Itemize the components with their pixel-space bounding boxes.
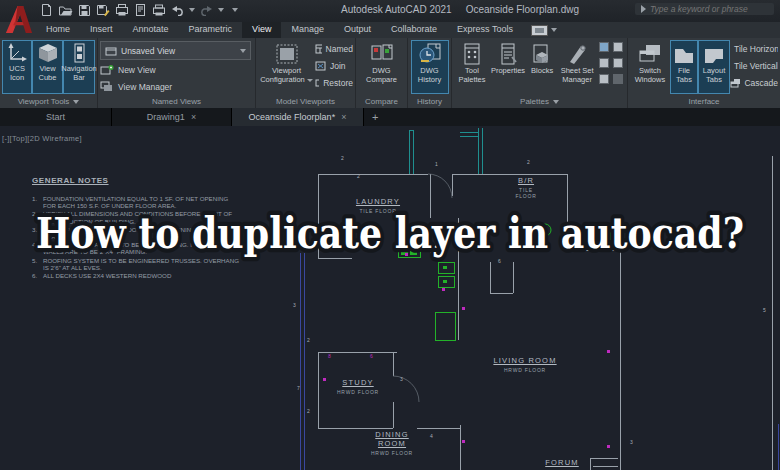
navigation-bar-button[interactable]: Navigation Bar xyxy=(63,40,95,94)
undo-caret-icon[interactable] xyxy=(189,8,195,12)
join-icon xyxy=(315,61,326,71)
search-input[interactable] xyxy=(650,4,768,14)
note-item: 6.ALL DECKS USE 2X4 WESTERN REDWOOD xyxy=(32,272,240,279)
ucs-icon-button[interactable]: UCS Icon xyxy=(2,40,32,94)
restore-viewport-button[interactable]: Restore xyxy=(315,74,353,91)
cascade-button[interactable]: Cascade xyxy=(730,74,778,91)
panel-label-interface[interactable]: Interface xyxy=(628,95,780,108)
mini-palette-icon[interactable] xyxy=(599,58,609,68)
tab-parametric[interactable]: Parametric xyxy=(179,22,243,38)
svg-text:4: 4 xyxy=(430,433,433,439)
view-combo[interactable]: Unsaved View xyxy=(100,41,251,60)
blocks-button[interactable]: Blocks xyxy=(526,40,558,94)
svg-text:3: 3 xyxy=(630,439,633,445)
mini-palette-icon[interactable] xyxy=(599,42,609,52)
properties-icon xyxy=(499,43,517,65)
close-icon[interactable]: × xyxy=(191,112,196,122)
undo-icon[interactable] xyxy=(171,5,184,16)
switch-windows-button[interactable]: Switch Windows xyxy=(630,40,670,94)
new-view-icon xyxy=(100,64,114,76)
view-cube-button[interactable]: View Cube xyxy=(32,40,63,94)
dwg-compare-button[interactable]: DWG Compare xyxy=(359,40,405,94)
named-viewport-button[interactable]: Named xyxy=(315,40,353,57)
drawing-canvas[interactable]: [-][Top][2D Wireframe] xyxy=(0,126,780,470)
panel-label-history[interactable]: History xyxy=(408,95,451,108)
panel-caret-icon xyxy=(553,100,559,104)
svg-text:1: 1 xyxy=(435,161,438,167)
file-tabs-button[interactable]: File Tabs xyxy=(670,40,698,94)
save-icon[interactable] xyxy=(78,3,91,17)
tile-horizontally-button[interactable]: Tile Horizontally xyxy=(730,40,778,57)
room-label-forum: FORUM xyxy=(530,458,594,467)
panel-label-palettes[interactable]: Palettes xyxy=(452,95,627,108)
tab-manage[interactable]: Manage xyxy=(281,22,334,38)
file-tab-drawing1[interactable]: Drawing1 × xyxy=(112,108,232,126)
new-file-icon[interactable] xyxy=(40,3,53,17)
panel-interface: Switch Windows File Tabs Layout Tabs Til… xyxy=(628,38,780,108)
mini-palette-icon[interactable] xyxy=(599,74,609,84)
palette-mini-icons[interactable] xyxy=(596,40,625,95)
ribbon-display-toggle[interactable] xyxy=(531,22,557,38)
redo-icon[interactable] xyxy=(200,5,213,16)
svg-text:7: 7 xyxy=(297,385,300,391)
mini-palette-icon[interactable] xyxy=(613,74,623,84)
save-as-icon[interactable] xyxy=(96,3,110,17)
view-cube-icon xyxy=(37,43,59,63)
new-tab-button[interactable]: + xyxy=(364,108,386,126)
layout-tabs-button[interactable]: Layout Tabs xyxy=(698,40,730,94)
tab-view[interactable]: View xyxy=(242,22,281,38)
tab-insert[interactable]: Insert xyxy=(80,22,123,38)
mini-palette-icon[interactable] xyxy=(613,58,623,68)
tool-palettes-button[interactable]: Tool Palettes xyxy=(454,40,490,94)
overlay-headline: How to duplicate layer in autocad? xyxy=(0,196,780,272)
qat-customize-caret-icon[interactable] xyxy=(232,8,238,12)
svg-text:8: 8 xyxy=(328,353,331,359)
quick-access-toolbar xyxy=(40,3,238,17)
autocad-logo[interactable] xyxy=(3,3,34,36)
join-viewport-button[interactable]: Join xyxy=(315,57,353,74)
restore-icon xyxy=(315,78,319,88)
panel-viewport-tools: UCS Icon View Cube Navigation Bar Viewpo… xyxy=(0,38,98,108)
svg-text:2: 2 xyxy=(307,408,310,414)
blocks-icon xyxy=(532,43,552,65)
switch-windows-icon xyxy=(638,43,662,65)
tab-annotate[interactable]: Annotate xyxy=(123,22,179,38)
panel-history: DWG History History xyxy=(408,38,452,108)
svg-text:2: 2 xyxy=(341,155,344,161)
open-file-icon[interactable] xyxy=(58,3,73,17)
panel-label-viewport-tools[interactable]: Viewport Tools xyxy=(0,95,97,108)
tool-palettes-icon xyxy=(463,43,481,65)
svg-text:6: 6 xyxy=(370,353,373,359)
plot-icon[interactable] xyxy=(115,3,129,17)
tile-vertically-button[interactable]: Tile Vertically xyxy=(730,57,778,74)
view-manager-button[interactable]: View Manager xyxy=(100,78,253,95)
panel-label-named-views[interactable]: Named Views xyxy=(98,95,255,108)
dwg-history-button[interactable]: DWG History xyxy=(411,40,449,94)
sheet-icon[interactable] xyxy=(134,3,147,17)
close-icon[interactable]: × xyxy=(341,112,346,122)
redo-caret-icon[interactable] xyxy=(218,8,224,12)
panel-label-model-viewports[interactable]: Model Viewports xyxy=(256,95,355,108)
document-title: Oceanside Floorplan.dwg xyxy=(466,4,579,15)
panel-label-compare[interactable]: Compare xyxy=(356,95,407,108)
print-icon[interactable] xyxy=(152,3,166,17)
file-tab-start[interactable]: Start xyxy=(0,108,112,126)
app-title: Autodesk AutoCAD 2021 xyxy=(341,4,452,15)
viewport-configuration-button[interactable]: Viewport Configuration xyxy=(258,40,315,94)
panel-compare: DWG Compare Compare xyxy=(356,38,408,108)
ucs-axes-icon xyxy=(7,43,27,63)
tab-express-tools[interactable]: Express Tools xyxy=(447,22,523,38)
new-view-button[interactable]: New View xyxy=(100,61,253,78)
help-search[interactable] xyxy=(635,3,774,15)
room-label-study: STUDYHRWD FLOOR xyxy=(322,378,394,395)
sheet-set-manager-button[interactable]: Sheet Set Manager xyxy=(558,40,596,94)
tab-output[interactable]: Output xyxy=(334,22,381,38)
properties-button[interactable]: Properties xyxy=(490,40,526,94)
panel-model-viewports: Viewport Configuration Named Join Restor… xyxy=(256,38,356,108)
dwg-compare-icon xyxy=(370,43,394,65)
tab-collaborate[interactable]: Collaborate xyxy=(381,22,447,38)
general-notes-heading: GENERAL NOTES xyxy=(32,176,240,185)
file-tab-oceanside[interactable]: Oceanside Floorplan* × xyxy=(232,108,364,126)
mini-palette-icon[interactable] xyxy=(613,42,623,52)
tab-home[interactable]: Home xyxy=(36,22,80,38)
